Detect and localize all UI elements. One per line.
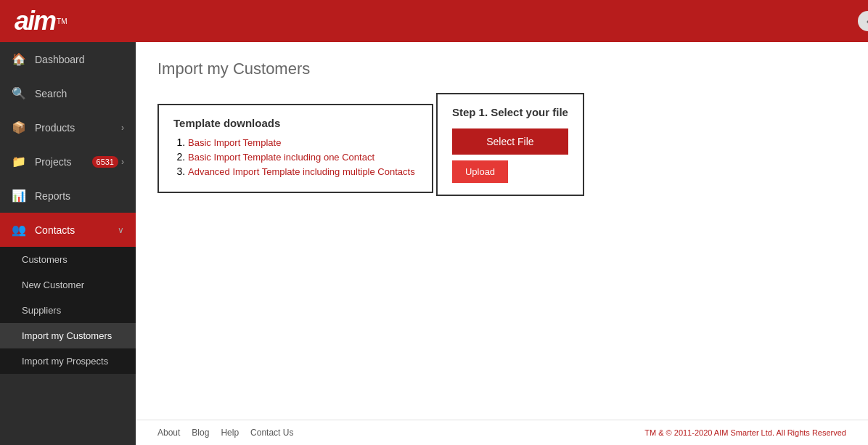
content-area: Import my Customers Template downloads B…: [136, 42, 868, 420]
footer-about-link[interactable]: About: [157, 428, 180, 438]
sidebar-item-products[interactable]: 📦 Products ›: [0, 110, 136, 144]
template-downloads-list: Basic Import Template Basic Import Templ…: [173, 136, 417, 177]
search-icon: 🔍: [12, 86, 26, 100]
footer-contact-link[interactable]: Contact Us: [250, 428, 293, 438]
main-content: Import my Customers Template downloads B…: [136, 42, 868, 445]
list-item: Basic Import Template: [188, 136, 417, 148]
template-downloads-box: Template downloads Basic Import Template…: [157, 104, 433, 193]
template-link-2[interactable]: Basic Import Template including one Cont…: [188, 152, 374, 163]
step1-box: Step 1. Select your file Select File Upl…: [436, 93, 584, 196]
template-downloads-title: Template downloads: [173, 117, 417, 129]
footer-blog-link[interactable]: Blog: [192, 428, 209, 438]
sidebar-item-label: Reports: [35, 190, 124, 202]
footer-copyright: TM & © 2011-2020 AIM Smarter Ltd. All Ri…: [644, 428, 846, 437]
sidebar-item-new-customer[interactable]: New Customer: [0, 272, 136, 298]
reports-icon: 📊: [12, 189, 26, 203]
list-item: Basic Import Template including one Cont…: [188, 151, 417, 163]
top-bar: aimTM ‹: [0, 0, 868, 42]
chevron-right-icon: ›: [121, 123, 124, 133]
template-link-3[interactable]: Advanced Import Template including multi…: [188, 166, 415, 177]
page-title: Import my Customers: [157, 60, 846, 78]
sidebar-item-search[interactable]: 🔍 Search: [0, 76, 136, 110]
sidebar-item-contacts[interactable]: 👥 Contacts ∨: [0, 213, 136, 247]
upload-button[interactable]: Upload: [452, 160, 508, 183]
projects-badge: 6531: [92, 156, 118, 168]
logo-tm: TM: [57, 17, 67, 25]
template-link-1[interactable]: Basic Import Template: [188, 137, 281, 148]
sidebar-item-suppliers[interactable]: Suppliers: [0, 298, 136, 323]
home-icon: 🏠: [12, 52, 26, 66]
sidebar-item-reports[interactable]: 📊 Reports: [0, 179, 136, 213]
sidebar-item-label: Search: [35, 88, 124, 99]
chevron-down-icon: ∨: [118, 225, 124, 235]
projects-icon: 📁: [12, 155, 26, 168]
layout: 🏠 Dashboard 🔍 Search 📦 Products › 📁 Proj…: [0, 42, 868, 445]
footer-help-link[interactable]: Help: [221, 428, 239, 438]
step1-title: Step 1. Select your file: [452, 106, 568, 118]
sidebar-item-projects[interactable]: 📁 Projects 6531 ›: [0, 144, 136, 179]
chevron-right-icon: ›: [121, 157, 124, 167]
sidebar-item-customers[interactable]: Customers: [0, 247, 136, 272]
sidebar-item-import-prospects[interactable]: Import my Prospects: [0, 348, 136, 374]
select-file-button[interactable]: Select File: [452, 128, 568, 155]
footer: About Blog Help Contact Us TM & © 2011-2…: [136, 420, 868, 445]
contacts-submenu: Customers New Customer Suppliers Import …: [0, 247, 136, 374]
products-icon: 📦: [12, 121, 26, 134]
logo: aim: [15, 6, 55, 36]
sidebar-item-label: Projects: [35, 156, 92, 168]
list-item: Advanced Import Template including multi…: [188, 166, 417, 177]
sidebar: 🏠 Dashboard 🔍 Search 📦 Products › 📁 Proj…: [0, 42, 136, 445]
contacts-icon: 👥: [12, 223, 26, 237]
footer-links: About Blog Help Contact Us: [157, 428, 293, 438]
sidebar-collapse-button[interactable]: ‹: [858, 11, 868, 31]
sidebar-item-label: Dashboard: [35, 54, 124, 65]
sidebar-item-import-customers[interactable]: Import my Customers: [0, 323, 136, 348]
sidebar-item-label: Products: [35, 122, 121, 134]
sidebar-item-label: Contacts: [35, 224, 118, 236]
sidebar-item-dashboard[interactable]: 🏠 Dashboard: [0, 42, 136, 76]
